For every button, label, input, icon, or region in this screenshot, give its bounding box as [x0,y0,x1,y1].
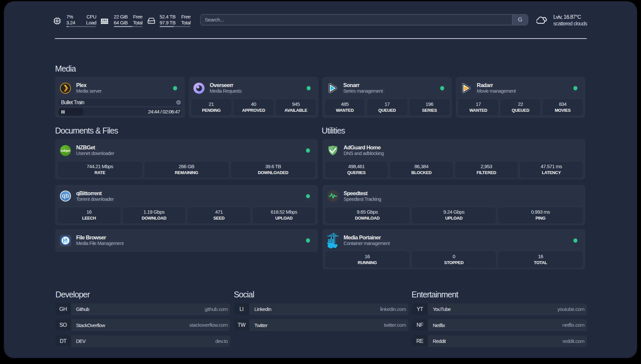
svg-text:qb: qb [62,192,69,199]
svg-text:nzbget: nzbget [61,149,70,152]
